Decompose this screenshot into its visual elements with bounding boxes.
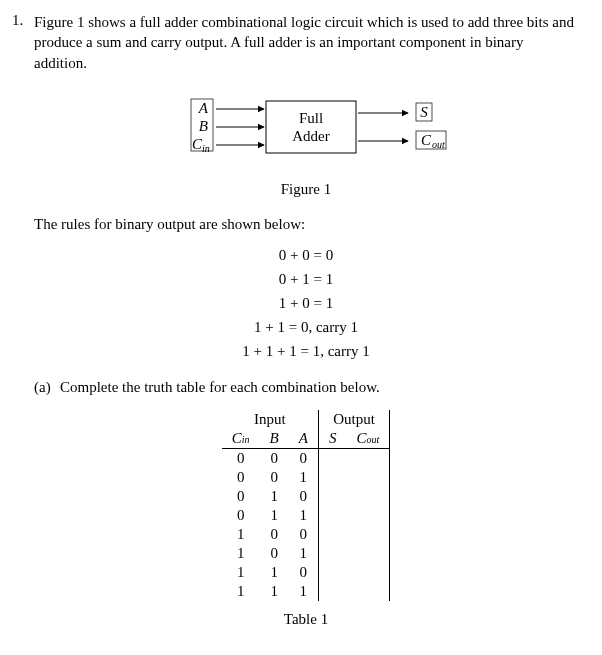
cell-cout[interactable] (346, 448, 389, 468)
output-cout-sub: out (432, 139, 445, 150)
cell-cin: 0 (222, 487, 260, 506)
col-a: A (289, 429, 319, 449)
cell-s[interactable] (318, 487, 346, 506)
col-cout: Cout (346, 429, 389, 449)
table-row: 0 1 1 (222, 506, 390, 525)
output-cout-base: C (421, 132, 432, 148)
cell-s[interactable] (318, 563, 346, 582)
cell-cin: 1 (222, 544, 260, 563)
truth-table-body: 0 0 0 0 0 1 (222, 448, 390, 601)
table-row: 1 1 0 (222, 563, 390, 582)
group-header-output: Output (318, 410, 389, 429)
cell-b: 1 (260, 506, 289, 525)
col-s: S (318, 429, 346, 449)
cell-b: 0 (260, 468, 289, 487)
subpart-a: (a) Complete the truth table for each co… (34, 379, 578, 396)
cell-a: 1 (289, 468, 319, 487)
cell-a: 1 (289, 544, 319, 563)
cell-cout[interactable] (346, 468, 389, 487)
subpart-label: (a) (34, 379, 60, 396)
output-s-label: S (420, 104, 428, 120)
figure-wrap: Full Adder A B (34, 93, 578, 198)
cell-cin: 1 (222, 525, 260, 544)
cell-cin: 0 (222, 468, 260, 487)
question-number: 1. (12, 12, 34, 29)
cell-a: 0 (289, 487, 319, 506)
input-cin-sub: in (202, 143, 210, 154)
table-row: 1 0 0 (222, 525, 390, 544)
rules-block: 0 + 0 = 0 0 + 1 = 1 1 + 0 = 1 1 + 1 = 0,… (34, 243, 578, 363)
block-label-1: Full (299, 110, 323, 126)
table-row: 0 0 0 (222, 448, 390, 468)
truth-table-wrap: Input Output Cin B A S Cout (34, 410, 578, 601)
subpart-text: Complete the truth table for each combin… (60, 379, 380, 396)
group-header-input: Input (222, 410, 319, 429)
cell-cin: 0 (222, 506, 260, 525)
cell-b: 1 (260, 563, 289, 582)
input-a-label: A (198, 100, 209, 116)
cell-s[interactable] (318, 448, 346, 468)
table-caption: Table 1 (34, 611, 578, 628)
block-label-2: Adder (292, 128, 330, 144)
cell-s[interactable] (318, 525, 346, 544)
svg-rect-0 (266, 101, 356, 153)
figure-caption: Figure 1 (34, 181, 578, 198)
table-row: 0 0 1 (222, 468, 390, 487)
cell-cin: 1 (222, 563, 260, 582)
col-b: B (260, 429, 289, 449)
question-intro: Figure 1 shows a full adder combinationa… (34, 12, 578, 73)
rules-intro: The rules for binary output are shown be… (34, 216, 578, 233)
input-b-label: B (199, 118, 208, 134)
rule-line: 1 + 0 = 1 (34, 291, 578, 315)
cell-a: 0 (289, 525, 319, 544)
page: 1. Figure 1 shows a full adder combinati… (0, 0, 602, 648)
rule-line: 0 + 1 = 1 (34, 267, 578, 291)
rule-line: 1 + 1 = 0, carry 1 (34, 315, 578, 339)
col-cin: Cin (222, 429, 260, 449)
rule-line: 0 + 0 = 0 (34, 243, 578, 267)
cell-b: 0 (260, 544, 289, 563)
truth-table: Input Output Cin B A S Cout (222, 410, 390, 601)
full-adder-diagram: Full Adder A B (146, 93, 466, 173)
cell-s[interactable] (318, 582, 346, 601)
cell-s[interactable] (318, 468, 346, 487)
figure: Full Adder A B (34, 93, 578, 173)
cell-cin: 0 (222, 448, 260, 468)
cell-a: 0 (289, 448, 319, 468)
cell-cout[interactable] (346, 525, 389, 544)
cell-cout[interactable] (346, 582, 389, 601)
cell-b: 0 (260, 448, 289, 468)
cell-b: 1 (260, 487, 289, 506)
cell-b: 0 (260, 525, 289, 544)
table-row: 1 1 1 (222, 582, 390, 601)
question-body: Figure 1 shows a full adder combinationa… (34, 12, 578, 628)
rule-line: 1 + 1 + 1 = 1, carry 1 (34, 339, 578, 363)
cell-cin: 1 (222, 582, 260, 601)
question-item: 1. Figure 1 shows a full adder combinati… (12, 12, 578, 628)
table-row: 0 1 0 (222, 487, 390, 506)
cell-b: 1 (260, 582, 289, 601)
cell-cout[interactable] (346, 506, 389, 525)
cell-cout[interactable] (346, 563, 389, 582)
table-row: 1 0 1 (222, 544, 390, 563)
cell-cout[interactable] (346, 487, 389, 506)
cell-s[interactable] (318, 544, 346, 563)
cell-s[interactable] (318, 506, 346, 525)
cell-a: 1 (289, 582, 319, 601)
cell-cout[interactable] (346, 544, 389, 563)
cell-a: 0 (289, 563, 319, 582)
cell-a: 1 (289, 506, 319, 525)
